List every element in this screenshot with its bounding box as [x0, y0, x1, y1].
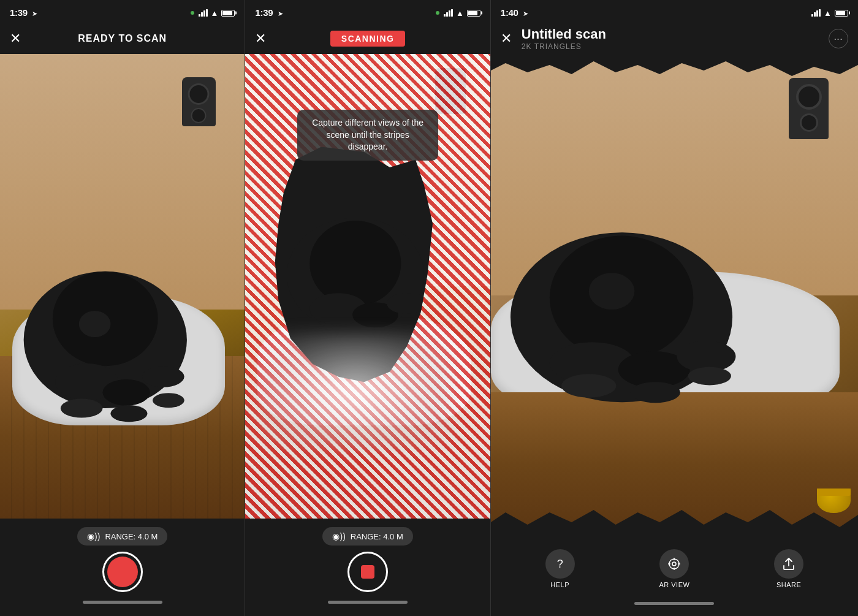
camera-view-1 — [0, 54, 245, 519]
cat-image-3 — [491, 184, 784, 450]
record-button-2[interactable] — [347, 552, 388, 592]
panel-result: 1:40 ➤ ▲ ✕ Untitled scan 2K TRIANGLES ··… — [490, 0, 858, 616]
scanning-badge: SCANNING — [330, 31, 406, 47]
svg-point-23 — [669, 559, 679, 569]
signal-dot-2 — [436, 11, 439, 15]
svg-point-24 — [672, 562, 676, 566]
svg-point-22 — [589, 273, 635, 310]
svg-point-21 — [688, 367, 731, 385]
wifi-icon-2: ▲ — [456, 9, 464, 18]
bottom-area-1: ◉)) RANGE: 4.0 M — [0, 519, 245, 616]
signal-bars-2 — [444, 9, 453, 17]
svg-point-3 — [102, 379, 150, 405]
svg-point-8 — [79, 311, 111, 337]
speaker-3 — [789, 78, 829, 139]
panel3-nav-bar: ? HELP AR VIEW — [491, 543, 858, 595]
bottom-area-2: ◉)) RANGE: 4.0 M — [245, 519, 490, 616]
status-bar-3: 1:40 ➤ ▲ — [491, 0, 858, 23]
location-icon-3: ➤ — [523, 10, 528, 17]
scan-tooltip: Capture different views of the scene unt… — [297, 110, 438, 161]
camera-view-3 — [491, 54, 858, 537]
range-badge-2: ◉)) RANGE: 4.0 M — [322, 527, 412, 546]
range-icon-2: ◉)) — [332, 531, 345, 541]
ar-view-label: AR VIEW — [659, 581, 689, 588]
location-icon-2: ➤ — [278, 10, 283, 17]
tooltip-text: Capture different views of the scene unt… — [312, 118, 423, 151]
svg-point-6 — [110, 405, 147, 421]
scan-name: Untitled scan — [522, 26, 606, 42]
record-button-1[interactable] — [102, 552, 143, 592]
ar-view-nav-item[interactable]: AR VIEW — [659, 549, 689, 588]
close-button-2[interactable]: ✕ — [255, 31, 266, 47]
speaker-1 — [182, 77, 216, 126]
record-circle-1 — [107, 557, 138, 587]
home-indicator-3 — [634, 602, 714, 605]
panel3-background — [491, 54, 858, 537]
bowl-3 — [817, 489, 851, 513]
status-bar-2: 1:39 ➤ ▲ — [245, 0, 490, 23]
cat-image-1 — [0, 170, 245, 473]
home-indicator-1 — [83, 601, 162, 604]
ar-view-icon — [659, 549, 689, 579]
home-indicator-2 — [328, 601, 408, 604]
close-button-1[interactable]: ✕ — [10, 31, 21, 47]
share-nav-item[interactable]: SHARE — [774, 549, 803, 588]
panel-scanning: 1:39 ➤ ▲ ✕ SCANNING — [245, 0, 490, 616]
signal-bars-1 — [199, 9, 208, 17]
battery-icon-1 — [221, 10, 235, 17]
svg-point-10 — [310, 221, 401, 306]
share-label: SHARE — [776, 581, 801, 588]
svg-point-20 — [631, 382, 680, 403]
nav-bar-3: ✕ Untitled scan 2K TRIANGLES ··· — [491, 23, 858, 54]
panel-ready-to-scan: 1:39 ➤ ▲ ✕ READY TO SCAN — [0, 0, 245, 616]
range-icon-1: ◉)) — [87, 531, 100, 541]
status-icons-3: ▲ — [811, 9, 848, 18]
more-button-3[interactable]: ··· — [829, 29, 848, 48]
battery-icon-3 — [835, 10, 848, 17]
nav-bar-1: ✕ READY TO SCAN — [0, 23, 245, 54]
svg-point-5 — [61, 398, 103, 417]
status-icons-2: ▲ — [436, 9, 480, 18]
svg-point-4 — [142, 366, 184, 387]
nav-title-1: READY TO SCAN — [78, 33, 167, 44]
signal-bars-3 — [811, 9, 821, 17]
camera-view-2: Capture different views of the scene unt… — [245, 54, 490, 519]
svg-point-7 — [153, 393, 184, 408]
close-button-3[interactable]: ✕ — [501, 31, 512, 47]
battery-icon-2 — [467, 10, 480, 17]
status-bar-1: 1:39 ➤ ▲ — [0, 0, 245, 23]
range-badge-1: ◉)) RANGE: 4.0 M — [77, 527, 167, 546]
status-time-3: 1:40 — [501, 7, 518, 18]
range-label-2: RANGE: 4.0 M — [351, 532, 403, 541]
status-icons-1: ▲ — [191, 9, 235, 18]
svg-point-13 — [387, 293, 427, 314]
status-time-1: 1:39 — [10, 7, 28, 18]
signal-dot-1 — [191, 11, 194, 15]
help-label: HELP — [550, 581, 569, 588]
nav-bar-2: ✕ SCANNING — [245, 23, 490, 54]
wifi-icon-3: ▲ — [824, 9, 832, 18]
triangles-label: 2K TRIANGLES — [522, 42, 606, 51]
panel3-bottom-nav: ? HELP AR VIEW — [491, 537, 858, 616]
svg-point-19 — [561, 374, 616, 397]
share-icon — [774, 549, 803, 579]
range-label-1: RANGE: 4.0 M — [105, 532, 158, 541]
help-nav-item[interactable]: ? HELP — [545, 549, 575, 588]
help-icon: ? — [545, 549, 575, 579]
status-time-2: 1:39 — [255, 7, 273, 18]
panel1-background — [0, 54, 245, 519]
wifi-icon-1: ▲ — [211, 9, 219, 18]
location-icon-1: ➤ — [32, 10, 37, 17]
mist-area — [257, 333, 454, 449]
scan-title-area: Untitled scan 2K TRIANGLES — [522, 26, 606, 51]
record-square-2 — [361, 565, 374, 579]
